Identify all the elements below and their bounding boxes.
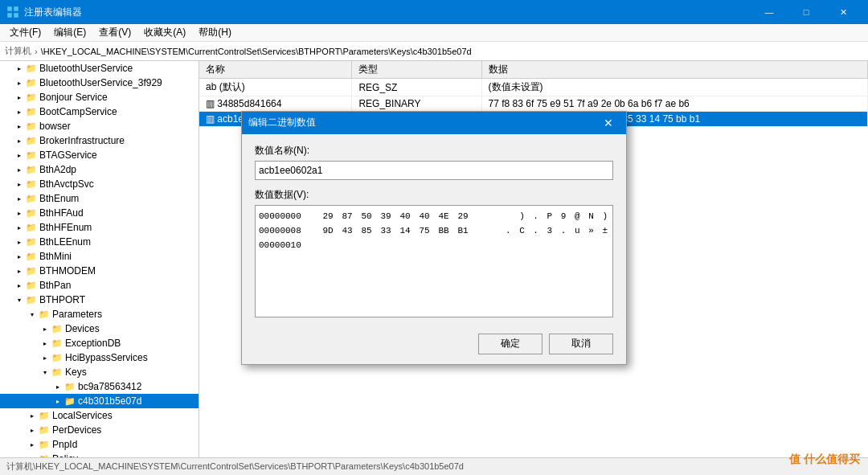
hex-bytes-group: 9D4385331475BBB1 (320, 223, 496, 238)
hex-byte: 43 (339, 223, 355, 238)
hex-address: 00000000 (259, 209, 317, 223)
hex-byte: 39 (378, 209, 394, 223)
hex-bytes-group (320, 238, 600, 252)
hex-row: 00000010 (259, 238, 609, 252)
hex-byte: 4E (436, 209, 452, 223)
cancel-button[interactable]: 取消 (549, 334, 613, 354)
modal-buttons: 确定 取消 (242, 327, 626, 364)
hex-bytes-group: 2987503940404E29 (320, 209, 510, 223)
hex-byte: 9D (320, 223, 336, 238)
hex-byte: 14 (397, 223, 413, 238)
hex-byte: 33 (378, 223, 394, 238)
hex-address: 00000010 (259, 238, 317, 252)
hex-byte: 40 (397, 209, 413, 223)
hex-row: 000000089D4385331475BBB1. C . 3 . u » ± (259, 223, 609, 238)
hex-byte: B1 (455, 223, 471, 238)
hex-byte: 40 (416, 209, 432, 223)
name-input[interactable] (255, 161, 613, 180)
modal-title: 编辑二进制数值 (248, 116, 597, 129)
ok-button[interactable]: 确定 (478, 334, 542, 354)
watermark: 值 什么值得买 (789, 452, 860, 467)
modal-overlay: 编辑二进制数值 ✕ 数值名称(N): 数值数据(V): 000000002987… (0, 0, 868, 475)
hex-byte: 75 (416, 223, 432, 238)
hex-byte: 50 (358, 209, 375, 223)
hex-byte: 29 (455, 209, 471, 223)
hex-address: 00000008 (259, 223, 317, 238)
hex-byte: 87 (339, 209, 355, 223)
hex-chars: . C . 3 . u » ± (506, 223, 609, 238)
modal-body: 数值名称(N): 数值数据(V): 000000002987503940404E… (242, 134, 626, 327)
hex-row: 000000002987503940404E29) . P 9 @ N ) (259, 209, 609, 223)
modal-close-button[interactable]: ✕ (597, 112, 620, 134)
edit-binary-dialog: 编辑二进制数值 ✕ 数值名称(N): 数值数据(V): 000000002987… (241, 111, 627, 365)
hex-byte: 29 (320, 209, 336, 223)
name-field-label: 数值名称(N): (255, 144, 613, 158)
hex-chars: ) . P 9 @ N ) (519, 209, 609, 223)
hex-editor[interactable]: 000000002987503940404E29) . P 9 @ N )000… (255, 205, 613, 317)
hex-byte: 85 (358, 223, 375, 238)
data-field-label: 数值数据(V): (255, 188, 613, 202)
modal-title-bar: 编辑二进制数值 ✕ (242, 112, 626, 134)
hex-byte: BB (436, 223, 452, 238)
